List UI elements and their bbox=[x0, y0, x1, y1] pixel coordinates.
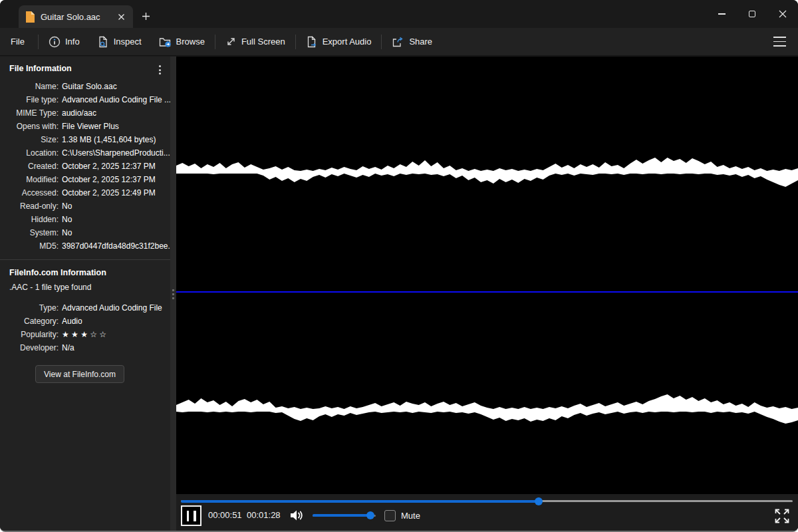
toolbar-separator bbox=[381, 35, 382, 49]
waveform-display bbox=[176, 57, 798, 495]
sidebar-splitter[interactable] bbox=[170, 57, 176, 531]
info-value: Advanced Audio Coding File ... bbox=[62, 93, 170, 106]
fileinfo-com-title: FileInfo.com Information bbox=[0, 260, 170, 277]
info-value: No bbox=[62, 213, 170, 226]
kebab-menu-icon[interactable] bbox=[154, 64, 165, 76]
info-value: Guitar Solo.aac bbox=[62, 80, 170, 93]
seek-progress bbox=[181, 500, 539, 503]
file-information-rows: Name:Guitar Solo.aacFile type:Advanced A… bbox=[0, 80, 170, 253]
info-row: Hidden:No bbox=[0, 213, 170, 226]
info-row: Created:October 2, 2025 12:37 PM bbox=[0, 160, 170, 173]
channel-divider-line bbox=[176, 291, 798, 293]
info-row: Accessed:October 2, 2025 12:49 PM bbox=[0, 186, 170, 200]
browse-button[interactable]: Browse bbox=[150, 28, 213, 55]
info-value: File Viewer Plus bbox=[62, 120, 170, 133]
info-row: Location:C:\Users\SharpenedProducti... bbox=[0, 146, 170, 160]
player-controls: 00:00:51 00:01:28 Mute bbox=[176, 494, 798, 531]
fullscreen-icon[interactable] bbox=[773, 507, 791, 525]
mute-label: Mute bbox=[401, 511, 420, 521]
info-row: Read-only:No bbox=[0, 200, 170, 213]
info-row: Category:Audio bbox=[0, 315, 170, 328]
info-value: No bbox=[62, 226, 170, 239]
info-label: Category: bbox=[0, 315, 59, 328]
file-information-title: File Information bbox=[9, 64, 154, 73]
info-value: N/a bbox=[62, 341, 170, 354]
info-value: audio/aac bbox=[62, 106, 170, 120]
info-label: Name: bbox=[0, 80, 59, 93]
menu-file[interactable]: File bbox=[0, 28, 37, 55]
splitter-grip-icon bbox=[172, 289, 174, 299]
info-icon bbox=[49, 36, 61, 48]
tab-close-icon[interactable] bbox=[114, 10, 128, 23]
info-label: MIME Type: bbox=[0, 106, 59, 120]
fullscreen-icon bbox=[225, 36, 237, 47]
info-row: Name:Guitar Solo.aac bbox=[0, 80, 170, 93]
info-row: Popularity:★ ★ ★ ☆ ☆ bbox=[0, 328, 170, 341]
share-button[interactable]: Share bbox=[383, 28, 441, 55]
fullscreen-label: Full Screen bbox=[241, 37, 285, 47]
inspect-button[interactable]: Inspect bbox=[88, 28, 150, 55]
fileinfo-com-subtitle: .AAC - 1 file type found bbox=[0, 277, 170, 292]
fullscreen-button[interactable]: Full Screen bbox=[217, 28, 294, 55]
total-duration: 00:01:28 bbox=[247, 510, 281, 520]
info-label: Popularity: bbox=[0, 328, 59, 341]
inspect-icon bbox=[97, 36, 109, 48]
waveform bbox=[176, 57, 798, 495]
info-label: Type: bbox=[0, 301, 59, 315]
info-label: System: bbox=[0, 226, 59, 239]
info-label: MD5: bbox=[0, 239, 59, 253]
info-value: October 2, 2025 12:37 PM bbox=[62, 160, 170, 173]
info-row: MD5:3987d0447dfda48d9c31f2bee... bbox=[0, 239, 170, 253]
toolbar-separator bbox=[295, 35, 296, 49]
info-label: Opens with: bbox=[0, 120, 59, 133]
menu-file-label: File bbox=[11, 37, 25, 47]
window-controls bbox=[706, 0, 798, 28]
pause-button[interactable] bbox=[181, 505, 201, 526]
info-value: ★ ★ ★ ☆ ☆ bbox=[62, 328, 170, 341]
page: Guitar Solo.aac File Info bbox=[0, 0, 798, 532]
info-value: No bbox=[62, 200, 170, 213]
info-label: Location: bbox=[0, 146, 59, 160]
volume-icon[interactable] bbox=[288, 507, 305, 524]
export-audio-icon bbox=[306, 36, 318, 48]
info-label: Developer: bbox=[0, 341, 59, 354]
mute-checkbox[interactable] bbox=[384, 510, 396, 521]
info-row: Opens with:File Viewer Plus bbox=[0, 120, 170, 133]
inspect-label: Inspect bbox=[114, 37, 142, 47]
info-button[interactable]: Info bbox=[40, 28, 88, 55]
info-label: Read-only: bbox=[0, 200, 59, 213]
info-row: Type:Advanced Audio Coding File bbox=[0, 301, 170, 315]
info-value: October 2, 2025 12:37 PM bbox=[62, 173, 170, 186]
close-button[interactable] bbox=[767, 0, 798, 28]
audio-file-icon bbox=[25, 11, 35, 23]
volume-thumb[interactable] bbox=[366, 511, 374, 519]
maximize-button[interactable] bbox=[737, 0, 767, 28]
view-at-fileinfo-button[interactable]: View at FileInfo.com bbox=[35, 365, 124, 383]
seek-thumb[interactable] bbox=[535, 497, 543, 505]
export-audio-button[interactable]: Export Audio bbox=[297, 28, 380, 55]
toolbar-separator bbox=[38, 35, 39, 49]
app-window: Guitar Solo.aac File Info bbox=[0, 0, 798, 532]
minimize-button[interactable] bbox=[706, 0, 737, 28]
info-label: Accessed: bbox=[0, 186, 59, 200]
info-row: System:No bbox=[0, 226, 170, 239]
file-info-sidebar: File Information Name:Guitar Solo.aacFil… bbox=[0, 57, 170, 531]
share-label: Share bbox=[409, 37, 432, 47]
browse-icon bbox=[159, 36, 172, 48]
info-value: C:\Users\SharpenedProducti... bbox=[62, 146, 170, 160]
volume-slider[interactable] bbox=[313, 513, 376, 518]
info-row: Modified:October 2, 2025 12:37 PM bbox=[0, 173, 170, 186]
new-tab-button[interactable] bbox=[137, 7, 154, 25]
info-row: MIME Type:audio/aac bbox=[0, 106, 170, 120]
main-panel: 00:00:51 00:01:28 Mute bbox=[176, 57, 798, 531]
toolbar: File Info Inspect bbox=[0, 28, 798, 56]
seek-slider[interactable] bbox=[181, 498, 793, 503]
info-label: Created: bbox=[0, 160, 59, 173]
info-label: Info bbox=[65, 37, 80, 47]
menu-icon[interactable] bbox=[770, 33, 789, 51]
browse-label: Browse bbox=[176, 37, 205, 47]
export-audio-label: Export Audio bbox=[323, 37, 372, 47]
document-tab[interactable]: Guitar Solo.aac bbox=[19, 5, 133, 28]
info-row: Developer:N/a bbox=[0, 341, 170, 354]
info-label: Hidden: bbox=[0, 213, 59, 226]
